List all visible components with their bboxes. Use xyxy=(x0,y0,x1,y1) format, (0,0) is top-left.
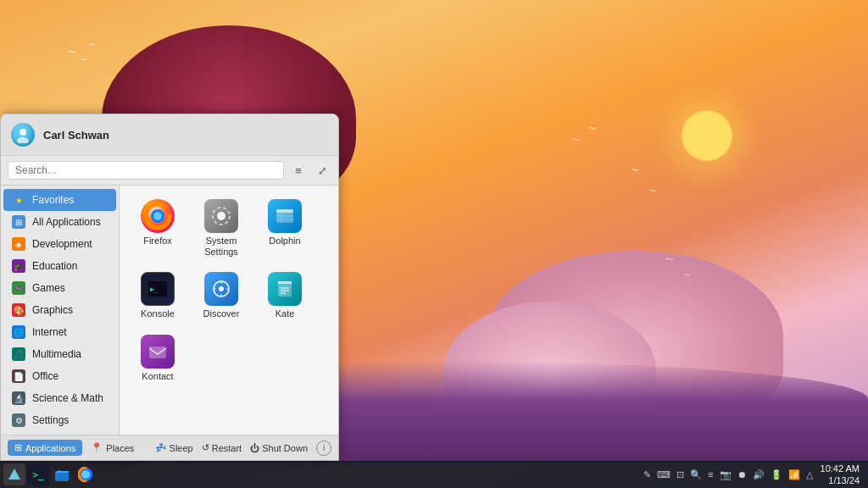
search-config-btn[interactable]: ≡ xyxy=(289,161,308,180)
sidebar-label-science: Science & Math xyxy=(32,392,103,404)
shutdown-icon: ⏻ xyxy=(250,443,259,453)
places-tab-icon: 📍 xyxy=(91,442,103,453)
svg-rect-8 xyxy=(276,209,293,213)
svg-rect-17 xyxy=(278,281,292,284)
sidebar-item-office[interactable]: 📄 Office xyxy=(3,365,116,387)
taskbar-left: >_ xyxy=(0,463,100,485)
sidebar-item-all-applications[interactable]: ⊞ All Applications xyxy=(3,211,116,233)
sidebar-label-office: Office xyxy=(32,370,58,382)
sidebar-label-internet: Internet xyxy=(32,326,67,338)
search-expand-btn[interactable]: ⤢ xyxy=(313,161,331,180)
sidebar-label-graphics: Graphics xyxy=(32,304,73,316)
tray-kbd-icon[interactable]: ⌨ xyxy=(655,468,672,482)
taskbar: >_ ✎ ⌨ ⊡ 🔍 xyxy=(0,461,868,488)
username: Carl Schwan xyxy=(43,129,109,141)
sidebar-item-multimedia[interactable]: 🎵 Multimedia xyxy=(3,343,116,365)
bird: 〜 xyxy=(588,123,597,135)
svg-text:▶_: ▶_ xyxy=(150,286,159,293)
shutdown-label: Shut Down xyxy=(262,443,308,453)
sidebar-item-internet[interactable]: 🌐 Internet xyxy=(3,321,116,343)
kontact-icon xyxy=(141,335,175,369)
sidebar-label-education: Education xyxy=(32,260,77,272)
taskbar-terminal[interactable]: >_ xyxy=(27,463,49,485)
konsole-label: Konsole xyxy=(141,308,175,319)
internet-icon: 🌐 xyxy=(12,325,25,339)
bird: 〜 xyxy=(684,271,690,280)
tray-up-icon[interactable]: △ xyxy=(804,468,815,482)
sleep-label: Sleep xyxy=(170,443,193,453)
clock-date: 1/13/24 xyxy=(821,474,860,486)
tray-rec-icon[interactable]: ⏺ xyxy=(736,468,748,481)
sidebar-item-science[interactable]: 🔬 Science & Math xyxy=(3,387,116,409)
bird: 〜 xyxy=(649,186,656,196)
bird: 〜 xyxy=(81,55,87,64)
education-icon: 🎓 xyxy=(12,259,25,273)
app-item-discover[interactable]: Discover xyxy=(192,267,251,324)
system-clock[interactable]: 10:42 AM 1/13/24 xyxy=(817,463,863,487)
sidebar-item-favorites[interactable]: ★ Favorites xyxy=(3,189,116,211)
tray-bat-icon[interactable]: 🔋 xyxy=(769,468,784,482)
applications-tab-label: Applications xyxy=(25,443,75,453)
firefox-icon xyxy=(141,199,175,233)
all-apps-icon: ⊞ xyxy=(12,215,25,229)
kontact-label: Kontact xyxy=(142,371,173,382)
tray-vol-icon[interactable]: 🔊 xyxy=(751,468,766,482)
footer-actions: 💤 Sleep ↺ Restart ⏻ Shut Down i xyxy=(155,441,331,456)
tray-list-icon[interactable]: ≡ xyxy=(706,468,715,481)
sidebar-item-settings[interactable]: ⚙ Settings xyxy=(3,409,116,431)
places-tab-label: Places xyxy=(106,443,134,453)
dev-icon: ◈ xyxy=(12,237,25,251)
bird: 〜 xyxy=(89,41,95,49)
tab-places[interactable]: 📍 Places xyxy=(84,440,141,456)
applications-tab-icon: ⊞ xyxy=(14,442,22,453)
shutdown-button[interactable]: ⏻ Shut Down xyxy=(250,443,308,453)
app-grid: Firefox System Settings xyxy=(120,186,338,435)
kate-label: Kate xyxy=(275,308,295,319)
info-button[interactable]: i xyxy=(316,441,331,456)
app-item-kontact[interactable]: Kontact xyxy=(128,330,187,387)
system-settings-label: System Settings xyxy=(195,236,248,258)
svg-point-4 xyxy=(153,212,162,220)
discover-label: Discover xyxy=(203,308,240,319)
sleep-button[interactable]: 💤 Sleep xyxy=(155,442,193,453)
sidebar-label-favorites: Favorites xyxy=(32,194,74,206)
sidebar-item-graphics[interactable]: 🎨 Graphics xyxy=(3,299,116,321)
firefox-label: Firefox xyxy=(143,236,172,247)
app-item-konsole[interactable]: ▶_ Konsole xyxy=(128,267,187,324)
svg-point-1 xyxy=(17,137,29,143)
app-menu-button[interactable] xyxy=(3,463,25,485)
dolphin-icon xyxy=(268,199,302,233)
restart-label: Restart xyxy=(212,443,242,453)
search-input[interactable] xyxy=(8,161,284,180)
app-item-firefox[interactable]: Firefox xyxy=(128,194,187,263)
discover-icon xyxy=(204,272,238,306)
multimedia-icon: 🎵 xyxy=(12,347,25,361)
tab-applications[interactable]: ⊞ Applications xyxy=(8,440,82,456)
taskbar-firefox[interactable] xyxy=(75,463,97,485)
tray-pen-icon[interactable]: ✎ xyxy=(642,468,653,482)
sidebar-item-education[interactable]: 🎓 Education xyxy=(3,255,116,277)
app-item-system-settings[interactable]: System Settings xyxy=(192,194,251,263)
sidebar-item-games[interactable]: 🎮 Games xyxy=(3,277,116,299)
app-item-kate[interactable]: Kate xyxy=(255,267,314,324)
games-icon: 🎮 xyxy=(12,281,25,295)
svg-point-5 xyxy=(217,212,225,220)
sleep-icon: 💤 xyxy=(155,442,167,453)
restart-button[interactable]: ↺ Restart xyxy=(202,442,242,453)
tray-screen-icon[interactable]: ⊡ xyxy=(675,468,686,482)
sidebar-label-development: Development xyxy=(32,238,92,250)
menu-footer: ⊞ Applications 📍 Places 💤 Sleep ↺ Restar… xyxy=(1,435,338,460)
bird: 〜 xyxy=(632,165,639,176)
konsole-icon: ▶_ xyxy=(141,272,175,306)
sidebar-item-development[interactable]: ◈ Development xyxy=(3,233,116,255)
bird: 〜 xyxy=(68,47,76,58)
taskbar-files[interactable] xyxy=(51,463,73,485)
app-item-dolphin[interactable]: Dolphin xyxy=(255,194,314,263)
svg-marker-22 xyxy=(8,469,20,480)
desktop: 〜 〜 〜 〜 〜 〜 〜 〜 〜 Carl Schwan ≡ ⤢ xyxy=(0,0,868,488)
tray-wifi-icon[interactable]: 📶 xyxy=(787,468,802,482)
tray-search-icon[interactable]: 🔍 xyxy=(688,468,704,482)
kate-icon xyxy=(268,272,302,306)
svg-point-15 xyxy=(219,286,224,291)
tray-cam-icon[interactable]: 📷 xyxy=(718,468,733,482)
